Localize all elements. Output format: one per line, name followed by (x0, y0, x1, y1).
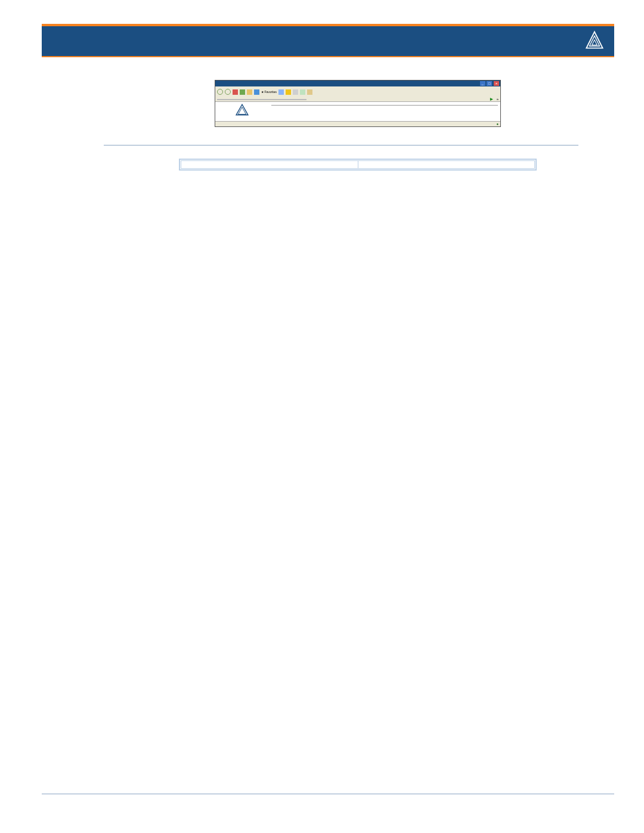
table-header (358, 161, 535, 169)
figure-3-table-wrap (179, 159, 537, 171)
print-icon[interactable] (293, 89, 298, 95)
mail-icon[interactable] (286, 89, 291, 95)
section-rule-top (104, 145, 578, 145)
back-icon[interactable] (217, 89, 223, 95)
browser-main (269, 102, 500, 121)
window-buttons: _ □ × (479, 81, 499, 86)
maximize-icon[interactable]: □ (487, 81, 492, 86)
browser-statusbar: ● (215, 121, 500, 126)
table-header-row (181, 161, 535, 169)
browser-titlebar: _ □ × (215, 80, 500, 86)
toolbar-icon-a[interactable] (300, 89, 305, 95)
favorites-label[interactable]: ★ Favorites (261, 90, 277, 94)
forward-icon[interactable] (225, 89, 231, 95)
table-header-empty (181, 161, 358, 169)
stop-icon[interactable] (233, 89, 238, 95)
page-header (42, 26, 614, 56)
brand-triangle-icon (236, 104, 249, 116)
home-icon[interactable] (247, 89, 252, 95)
refresh-icon[interactable] (240, 89, 245, 95)
toolbar-icon-b[interactable] (307, 89, 312, 95)
search-icon[interactable] (254, 89, 259, 95)
address-input[interactable] (217, 99, 306, 100)
close-icon[interactable]: × (494, 81, 499, 86)
go-button[interactable]: ▶ (490, 97, 494, 101)
browser-body (215, 102, 500, 121)
links-label[interactable]: » (497, 97, 499, 101)
document-page: _ □ × ★ Favorites (42, 24, 614, 811)
welcome-heading (271, 104, 498, 106)
history-icon[interactable] (278, 89, 284, 95)
page-footer (42, 794, 614, 799)
figure-2-screenshot: _ □ × ★ Favorites (215, 80, 501, 127)
brand-block (217, 104, 267, 116)
browser-addressbar: ▶ » (215, 96, 500, 102)
brand-logo-icon (584, 30, 605, 52)
status-right: ● (496, 122, 499, 126)
minimize-icon[interactable]: _ (480, 81, 485, 86)
browser-toolbar: ★ Favorites (215, 88, 500, 96)
page-content: _ □ × ★ Favorites (42, 57, 614, 171)
device-server-info-table (181, 160, 535, 169)
browser-sidebar (215, 102, 269, 121)
